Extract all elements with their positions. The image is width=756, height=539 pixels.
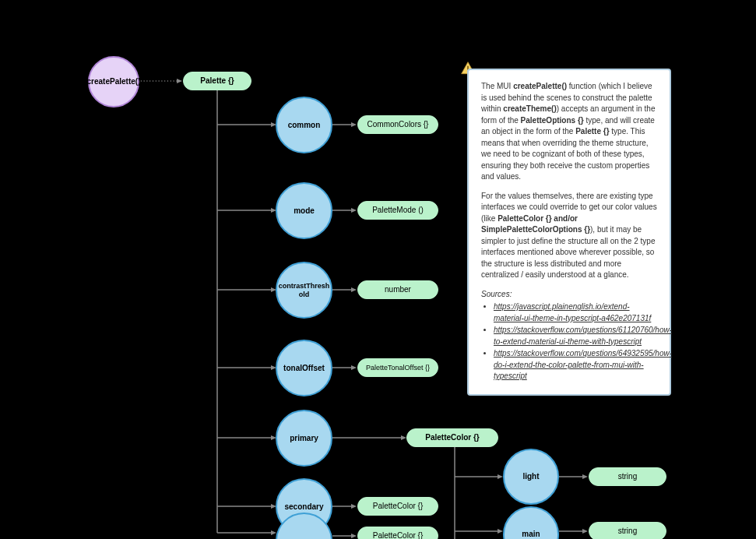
node-paletteTonalOffset[interactable]: PaletteTonalOffset {} [357,358,438,377]
svg-marker-16 [351,365,357,370]
sources-list: https://javascript.plainenglish.io/exten… [494,301,657,382]
info-p1h: Palette {} [575,127,609,136]
node-tonalOffset[interactable]: tonalOffset [276,340,332,396]
svg-marker-21 [498,474,503,479]
node-number[interactable]: number [357,280,438,299]
node-mode[interactable]: mode [276,182,332,239]
svg-marker-26 [582,529,588,534]
svg-marker-18 [401,435,406,440]
svg-marker-28 [351,534,357,538]
source-link-3[interactable]: https://stackoverflow.com/questions/6493… [494,349,672,380]
node-paletteColor-error[interactable]: PaletteColor {} [357,527,438,539]
node-light[interactable]: light [503,449,559,505]
node-commonColors[interactable]: CommonColors {} [357,115,438,134]
node-common[interactable]: common [276,97,332,153]
svg-marker-24 [582,474,588,479]
svg-marker-12 [351,208,357,213]
source-link-1[interactable]: https://javascript.plainenglish.io/exten… [494,302,651,322]
svg-marker-20 [351,504,357,509]
info-p1d: createTheme() [503,104,556,113]
svg-marker-10 [351,122,357,127]
node-paletteMode[interactable]: PaletteMode () [357,201,438,220]
info-p1b: createPalette() [513,82,567,90]
node-primary[interactable]: primary [276,410,332,467]
sources-label: Sources: [481,290,512,298]
node-createPalette[interactable]: createPalette() [88,56,139,107]
svg-marker-22 [498,529,503,534]
svg-marker-1 [177,79,182,83]
info-p1f: PaletteOptions {} [521,116,584,125]
node-palette[interactable]: Palette {} [183,72,251,90]
node-main[interactable]: main [503,506,559,539]
node-contrastThreshold[interactable]: contrastThresh old [276,262,332,319]
info-p2b: PaletteColor {} and/or SimplePaletteColo… [481,214,590,234]
node-string-light[interactable]: string [589,467,666,486]
info-card: The MUI createPalette() function (which … [467,69,671,396]
node-string-main[interactable]: string [589,522,666,539]
node-paletteColor-primary[interactable]: PaletteColor {} [406,428,498,447]
svg-marker-14 [351,287,357,292]
node-paletteColor-secondary[interactable]: PaletteColor {} [357,497,438,516]
info-p1a: The MUI [481,82,513,90]
source-link-2[interactable]: https://stackoverflow.com/questions/6112… [494,326,672,346]
